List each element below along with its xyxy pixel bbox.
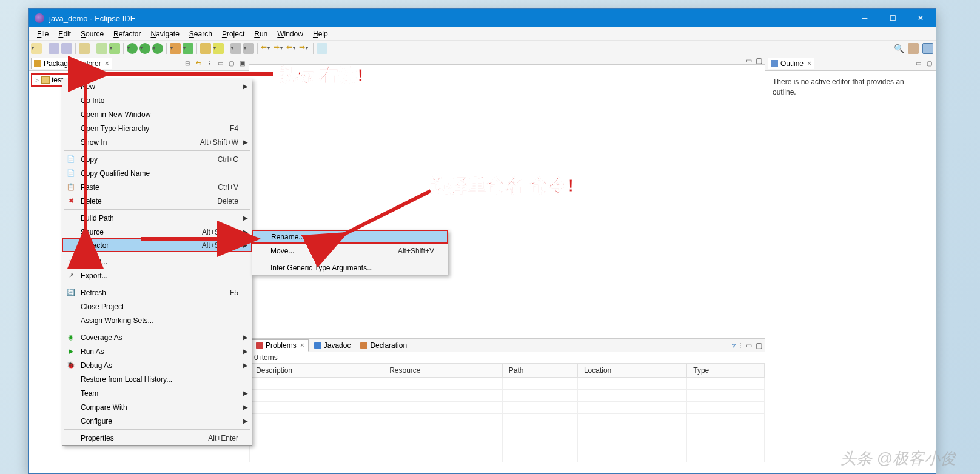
menu-item-restore-from-local-history-[interactable]: Restore from Local History... (62, 372, 252, 386)
svg-line-7 (342, 191, 431, 235)
menu-item-import-[interactable]: ↘Import... (62, 255, 252, 269)
menu-refactor[interactable]: Refactor (109, 28, 146, 39)
nav2-button[interactable] (243, 43, 254, 54)
arrow-to-refactor (141, 233, 262, 247)
outline-title: Outline (780, 59, 804, 68)
eclipse-icon (35, 13, 44, 23)
menu-item-compare-with[interactable]: Compare With▶ (62, 400, 252, 414)
menu-item-infer-generic-type-arguments-[interactable]: Infer Generic Type Arguments... (252, 261, 448, 275)
col-resource[interactable]: Resource (383, 364, 503, 378)
out-min-icon[interactable]: ▭ (914, 59, 922, 68)
menu-item-export-[interactable]: ↗Export... (62, 269, 252, 282)
menu-item-assign-working-sets-[interactable]: Assign Working Sets... (62, 313, 252, 327)
new-button[interactable] (31, 43, 42, 54)
menubar: FileEditSourceRefactorNavigateSearchProj… (29, 27, 936, 41)
package-explorer-title: Package Explorer (44, 59, 101, 68)
prob-min-icon[interactable]: ▭ (745, 341, 752, 350)
filter-icon[interactable]: ⁝ (205, 59, 213, 68)
tab-javadoc[interactable]: Javadoc (310, 339, 355, 352)
col-description[interactable]: Description (250, 364, 383, 378)
arrow-to-project (97, 68, 279, 82)
menu-navigate[interactable]: Navigate (146, 28, 184, 39)
problems-count: 0 items (249, 352, 765, 363)
outline-view: Outline × ▭ ▢ There is no active editor … (765, 56, 936, 473)
menu-item-run-as[interactable]: ▶Run As▶ (62, 344, 252, 358)
outline-tab[interactable]: Outline × (768, 58, 814, 69)
menu-edit[interactable]: Edit (53, 28, 76, 39)
menu-item-move-[interactable]: Move...Alt+Shift+V (252, 244, 448, 258)
run-button[interactable] (127, 43, 138, 54)
menu-project[interactable]: Project (217, 28, 249, 39)
minimize-button[interactable]: ─ (851, 9, 879, 27)
col-path[interactable]: Path (502, 364, 577, 378)
col-location[interactable]: Location (577, 364, 686, 378)
menu-item-coverage-as[interactable]: ◉Coverage As▶ (62, 330, 252, 344)
close-view-icon[interactable]: × (105, 59, 109, 68)
menu-help[interactable]: Help (308, 28, 333, 39)
menu-search[interactable]: Search (184, 28, 217, 39)
menu-run[interactable]: Run (249, 28, 272, 39)
maximize-button[interactable]: ☐ (879, 9, 907, 27)
close-button[interactable]: ✕ (907, 9, 935, 27)
view-menu-icon[interactable]: ⁝ (739, 341, 742, 350)
project-folder-icon (41, 76, 50, 84)
arrow-down (76, 76, 95, 241)
newpkg-button[interactable] (170, 43, 181, 54)
watermark: 头条 @极客小俊 (841, 448, 956, 469)
collapse-icon[interactable]: ⊟ (183, 59, 192, 68)
newclass-button[interactable] (183, 43, 193, 54)
outline-empty-text: There is no active editor that provides … (765, 71, 936, 104)
problems-view: Problems×JavadocDeclaration ▿ ⁝ ▭ ▢ 0 it… (249, 339, 765, 473)
ed-max-icon[interactable]: ▢ (756, 56, 762, 65)
package-icon (34, 60, 41, 67)
menu-item-refresh[interactable]: 🔄RefreshF5 (62, 285, 252, 299)
openfolder-button[interactable] (200, 43, 211, 54)
problems-table[interactable]: DescriptionResourcePathLocationType (249, 363, 765, 462)
filter-icon[interactable]: ▿ (732, 341, 736, 350)
debug-last-button[interactable] (96, 43, 107, 54)
toolbar: ⬅ ➡ ⬅ ➡ 🔍 (29, 41, 936, 56)
menu-item-team[interactable]: Team▶ (62, 386, 252, 400)
titlebar: java_demo - Eclipse IDE ─ ☐ ✕ (29, 9, 936, 27)
annotation-rightclick: 鼠标 右键! (277, 63, 364, 88)
viewmenu-icon[interactable]: ▭ (216, 59, 224, 68)
saveall-button[interactable] (61, 43, 72, 54)
out-max-icon[interactable]: ▢ (925, 59, 933, 68)
prob-max-icon[interactable]: ▢ (756, 341, 762, 350)
menu-item-close-project[interactable]: Close Project (62, 299, 252, 313)
search-button[interactable] (213, 43, 224, 54)
quick-access-icon[interactable]: 🔍 (894, 44, 904, 53)
debug-button[interactable] (139, 43, 150, 54)
build-button[interactable] (79, 43, 90, 54)
menu-item-configure[interactable]: Configure▶ (62, 414, 252, 428)
tab-problems[interactable]: Problems× (252, 339, 309, 352)
menu-item-debug-as[interactable]: 🐞Debug As▶ (62, 358, 252, 372)
annotation-rename: 选择重命名 命令! (431, 173, 574, 198)
minimize-view-icon[interactable]: ▢ (227, 59, 235, 68)
close-outline-icon[interactable]: × (807, 59, 811, 68)
window-title: java_demo - Eclipse IDE (49, 14, 851, 23)
pin-button[interactable] (317, 43, 327, 54)
arrow-to-rename (334, 188, 437, 244)
outline-icon (771, 60, 778, 67)
expand-icon[interactable]: ▷ (33, 77, 39, 83)
link-icon[interactable]: ⇆ (194, 59, 203, 68)
persp1-button[interactable] (908, 43, 919, 54)
persp-java-button[interactable] (922, 43, 933, 54)
maximize-view-icon[interactable]: ▣ (238, 59, 246, 68)
coverage-button[interactable] (109, 43, 120, 54)
menu-file[interactable]: File (32, 28, 53, 39)
tab-declaration[interactable]: Declaration (356, 339, 411, 352)
menu-source[interactable]: Source (76, 28, 109, 39)
ed-min-icon[interactable]: ▭ (745, 56, 752, 65)
col-type[interactable]: Type (687, 364, 765, 378)
nav1-button[interactable] (230, 43, 241, 54)
runlast-button[interactable] (152, 43, 163, 54)
save-button[interactable] (49, 43, 59, 54)
menu-window[interactable]: Window (272, 28, 308, 39)
menu-item-properties[interactable]: PropertiesAlt+Enter (62, 431, 252, 445)
